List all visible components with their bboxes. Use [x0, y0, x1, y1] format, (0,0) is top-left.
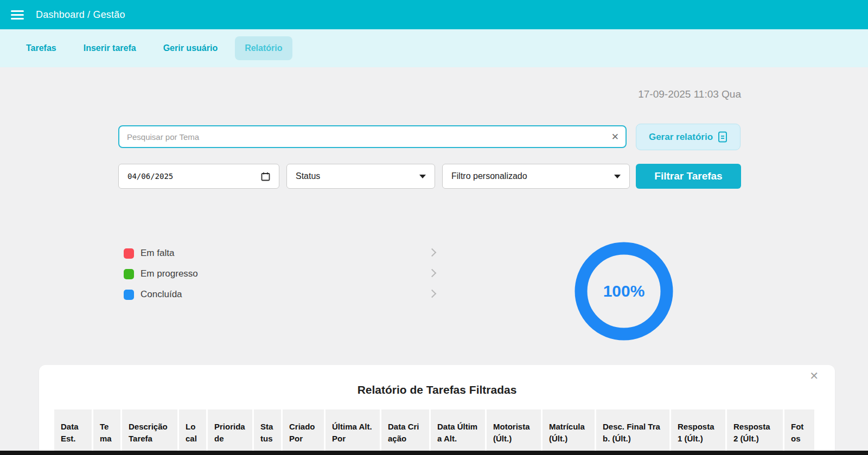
column-header: Descrição Tarefa [122, 409, 177, 455]
column-header: Resposta 1 (Últ.) [671, 409, 725, 455]
document-icon [718, 131, 727, 143]
tab-inserir-tarefa[interactable]: Inserir tarefa [74, 36, 146, 60]
search-field-wrap: ✕ [118, 125, 627, 148]
status-select[interactable]: Status [286, 164, 435, 189]
legend-item-label: Concluída [141, 289, 182, 300]
column-header: Tema [93, 409, 120, 455]
tab-tarefas[interactable]: Tarefas [16, 36, 66, 60]
date-value: 04/06/2025 [127, 172, 173, 181]
legend-item-em-progresso[interactable]: Em progresso [124, 266, 437, 281]
date-input[interactable]: 04/06/2025 [118, 164, 279, 189]
custom-filter-select[interactable]: Filtro personalizado [442, 164, 630, 189]
cropped-taskbar-strip [0, 451, 868, 455]
chevron-down-icon [419, 175, 426, 178]
column-header: Status [254, 409, 281, 455]
chevron-right-icon[interactable] [428, 290, 437, 298]
column-header: Matrícula (Últ.) [542, 409, 595, 455]
legend-color-swatch [124, 248, 134, 259]
column-header: Data Criação [381, 409, 429, 455]
topbar: Dashboard / Gestão [0, 0, 868, 29]
tab-gerir-usuario[interactable]: Gerir usuário [154, 36, 227, 60]
filter-tasks-button[interactable]: Filtrar Tarefas [636, 164, 741, 189]
legend-item-em-falta[interactable]: Em falta [124, 246, 437, 261]
generate-report-button[interactable]: Gerar relatório [636, 124, 741, 150]
column-header: Data Última Alt. [431, 409, 485, 455]
report-table-header-row: Data Est. Tema Descrição Tarefa Local Pr… [54, 409, 814, 455]
column-header: Data Est. [54, 409, 92, 455]
datetime-label: 17-09-2025 11:03 Qua [638, 88, 741, 100]
column-header: Fotos [784, 409, 814, 455]
hamburger-menu-icon[interactable] [11, 10, 24, 20]
legend-item-concluida[interactable]: Concluída [124, 287, 437, 302]
chevron-down-icon [614, 175, 621, 178]
legend-item-label: Em progresso [141, 268, 198, 279]
tab-relatorio[interactable]: Relatório [235, 36, 292, 60]
chevron-right-icon[interactable] [428, 248, 437, 257]
calendar-icon[interactable] [261, 172, 270, 181]
report-table: Data Est. Tema Descrição Tarefa Local Pr… [53, 409, 816, 455]
report-panel-title: Relatório de Tarefas Filtradas [39, 383, 835, 396]
clear-search-icon[interactable]: ✕ [611, 132, 619, 142]
column-header: Última Alt. Por [326, 409, 380, 455]
legend-color-swatch [124, 290, 134, 300]
custom-filter-value: Filtro personalizado [451, 171, 527, 181]
column-header: Criado Por [283, 409, 324, 455]
tabbar: Tarefas Inserir tarefa Gerir usuário Rel… [0, 29, 868, 67]
legend-color-swatch [124, 269, 134, 279]
status-legend: Em falta Em progresso Concluída [124, 246, 437, 307]
search-input[interactable] [118, 125, 627, 148]
chevron-right-icon[interactable] [428, 269, 437, 278]
column-header: Motorista (Últ.) [487, 409, 541, 455]
page-title: Dashboard / Gestão [36, 9, 125, 21]
report-panel: ✕ Relatório de Tarefas Filtradas Data Es… [39, 365, 835, 455]
column-header: Local [179, 409, 206, 455]
generate-report-label: Gerar relatório [649, 132, 713, 143]
close-icon[interactable]: ✕ [809, 370, 819, 381]
column-header: Desc. Final Trab. (Últ.) [596, 409, 669, 455]
column-header: Prioridade [208, 409, 252, 455]
donut-percentage-label: 100% [574, 241, 674, 341]
legend-item-label: Em falta [141, 248, 174, 259]
column-header: Resposta 2 (Últ.) [727, 409, 783, 455]
completion-donut-chart: 100% [574, 241, 674, 341]
status-select-value: Status [296, 171, 320, 181]
